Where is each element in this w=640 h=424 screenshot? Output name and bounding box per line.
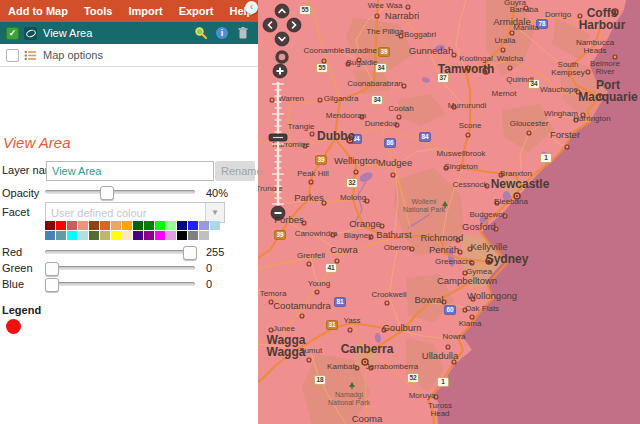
menu-bar: Add to MapToolsImportExportHelp <box>0 0 258 22</box>
map-route-shield: 60 <box>445 306 456 315</box>
menu-item-import[interactable]: Import <box>128 5 162 17</box>
chevron-down-icon[interactable]: ▼ <box>205 203 224 222</box>
town-marker <box>466 133 470 137</box>
green-slider-handle[interactable] <box>45 262 59 276</box>
color-swatch[interactable] <box>56 221 66 230</box>
map-town: Eleebana <box>494 197 528 206</box>
legend-list-icon <box>24 50 37 61</box>
town-marker <box>410 247 414 251</box>
layer-name-input[interactable] <box>46 161 214 181</box>
red-slider-track[interactable] <box>45 250 195 254</box>
color-swatch[interactable] <box>100 231 110 240</box>
color-swatch[interactable] <box>199 221 209 230</box>
town-label: Gosford <box>462 221 496 232</box>
color-swatch[interactable] <box>144 221 154 230</box>
town-marker <box>510 31 514 35</box>
town-label: Mudgee <box>378 157 412 168</box>
color-swatch[interactable] <box>155 221 165 230</box>
map[interactable]: 5555393437347834848486393213941813160521… <box>258 0 640 424</box>
map-town: Kambah <box>327 362 359 371</box>
rename-button[interactable]: Rename <box>215 161 255 181</box>
red-label: Red <box>2 246 22 258</box>
blue-slider-track[interactable] <box>45 282 195 286</box>
color-swatch[interactable] <box>155 231 165 240</box>
map-options-checkbox[interactable] <box>6 49 19 62</box>
color-swatch[interactable] <box>166 231 176 240</box>
town-label: Trangie <box>288 122 315 131</box>
pan-down-button[interactable] <box>275 32 289 46</box>
layer-row-view-area[interactable]: ✓ View Area i <box>0 22 258 44</box>
map-town: TurossHead <box>428 401 452 418</box>
panel-heading: View Area <box>3 134 71 151</box>
color-swatch[interactable] <box>56 231 66 240</box>
color-swatch[interactable] <box>188 221 198 230</box>
zoom-to-layer-icon[interactable] <box>194 26 208 40</box>
map-town: Jerrabomberra <box>366 362 419 371</box>
green-slider-track[interactable] <box>45 266 195 270</box>
opacity-slider-track[interactable] <box>45 190 195 194</box>
trash-icon[interactable] <box>236 26 250 40</box>
color-swatch[interactable] <box>100 221 110 230</box>
color-swatch[interactable] <box>89 231 99 240</box>
menu-item-tools[interactable]: Tools <box>84 5 113 17</box>
map-route-shield: 18 <box>315 376 326 385</box>
town-label: Molong <box>340 193 366 202</box>
color-swatch[interactable] <box>177 231 187 240</box>
route-shield-number: 60 <box>446 306 454 313</box>
color-swatch[interactable] <box>45 231 55 240</box>
town-label: Walcha <box>497 54 524 63</box>
pan-up-button[interactable] <box>275 4 289 18</box>
town-marker <box>397 115 401 119</box>
map-route-shield: 39 <box>275 231 286 240</box>
town-label: Sydney <box>486 252 529 266</box>
color-swatch[interactable] <box>78 221 88 230</box>
color-swatch[interactable] <box>78 231 88 240</box>
menu-item-export[interactable]: Export <box>179 5 214 17</box>
color-swatch[interactable] <box>133 231 143 240</box>
map-town: Junee <box>269 324 295 333</box>
facet-placeholder: User defined colour <box>46 207 205 219</box>
map-town: Cessnock <box>452 180 489 189</box>
menu-item-add-to-map[interactable]: Add to Map <box>8 5 68 17</box>
town-marker <box>307 358 311 362</box>
town-label: River <box>596 67 615 76</box>
facet-select[interactable]: User defined colour ▼ <box>45 202 225 223</box>
color-swatch[interactable] <box>133 221 143 230</box>
color-swatch[interactable] <box>144 231 154 240</box>
blue-slider-handle[interactable] <box>45 278 59 292</box>
color-swatch[interactable] <box>67 221 77 230</box>
zoom-slider-handle[interactable] <box>269 134 287 141</box>
color-swatch[interactable] <box>122 221 132 230</box>
map-town: Tamworth <box>438 62 494 76</box>
info-icon[interactable]: i <box>215 26 229 40</box>
color-swatch[interactable] <box>45 221 55 230</box>
color-swatch[interactable] <box>177 221 187 230</box>
map-options-row[interactable]: Map options <box>0 44 258 67</box>
color-swatch[interactable] <box>89 221 99 230</box>
town-marker <box>586 70 590 74</box>
route-shield-number: 39 <box>276 231 284 238</box>
layer-checkbox[interactable]: ✓ <box>6 27 19 40</box>
town-label: Bugaldie <box>346 58 378 67</box>
color-swatch[interactable] <box>166 221 176 230</box>
color-swatch[interactable] <box>111 221 121 230</box>
opacity-slider-handle[interactable] <box>100 186 114 200</box>
color-swatch[interactable] <box>188 231 198 240</box>
zoom-out-button[interactable] <box>271 206 285 220</box>
panel-collapse-button[interactable]: ‹ <box>245 1 258 14</box>
zoom-in-button[interactable] <box>273 64 287 78</box>
color-swatch[interactable] <box>111 231 121 240</box>
route-shield-number: 41 <box>327 264 335 271</box>
map-town: Canowindra <box>295 229 338 238</box>
map-town: Dunedoo <box>365 119 399 128</box>
map-route-shield: 34 <box>372 96 383 105</box>
route-shield-number: 86 <box>386 139 394 146</box>
color-swatch[interactable] <box>67 231 77 240</box>
pan-right-button[interactable] <box>287 18 301 32</box>
color-swatch[interactable] <box>199 231 209 240</box>
pan-left-button[interactable] <box>263 18 277 32</box>
red-slider-handle[interactable] <box>183 246 197 260</box>
map-viewport[interactable]: 5555393437347834848486393213941813160521… <box>258 0 640 424</box>
color-swatch[interactable] <box>122 231 132 240</box>
color-swatch[interactable] <box>210 221 220 230</box>
